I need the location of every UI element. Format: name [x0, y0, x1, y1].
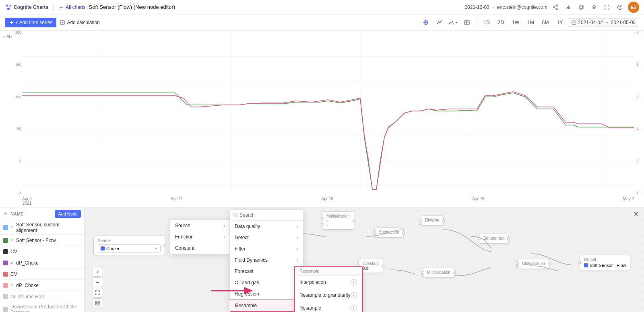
menu-filter[interactable]: Filter ›	[230, 243, 303, 255]
item-label-5: CV	[10, 271, 17, 277]
date-to: 2021-05-03	[611, 20, 636, 25]
sidebar-item-8[interactable]: Downstream Production Choke Pressure	[0, 302, 84, 312]
menu-detect[interactable]: Detect ›	[230, 232, 303, 243]
sidebar-item-4[interactable]: ✓ dP_Choke	[0, 257, 84, 269]
bottom-panel: ⋮⋮⋮ 👁 NAME Add Node ✓ Soft Sensor, custo…	[0, 207, 644, 312]
source-node[interactable]: Source Choke	[93, 236, 165, 255]
all-charts-button[interactable]: ← All charts	[59, 4, 85, 10]
period-1d[interactable]: 1D	[481, 18, 493, 27]
division-node[interactable]: Division	[421, 216, 444, 226]
item-label-2: Soft Sensor - Flow	[16, 238, 56, 243]
menu-fluid-dynamics[interactable]: Fluid Dynamics ›	[230, 255, 303, 266]
app-logo: Cognite Charts	[5, 4, 48, 11]
svg-line-35	[236, 216, 237, 217]
multiplication-mid-node[interactable]: Multiplication	[423, 268, 455, 278]
nav-email: eric.stein@cognite.com	[497, 4, 547, 10]
node-canvas[interactable]: ✕ Source Choke	[85, 207, 644, 312]
sidebar-item-5[interactable]: CV	[0, 269, 84, 280]
sidebar-item-6[interactable]: ✓ dP_Choke	[0, 280, 84, 291]
sidebar-item-7[interactable]: Oil Volume Rate	[0, 291, 84, 302]
port-in-sqrt	[478, 237, 481, 240]
item-label-1: Soft Sensor, custom alignment	[16, 222, 81, 233]
svg-rect-16	[464, 21, 469, 25]
add-timeseries-button[interactable]: + Add time series	[5, 18, 56, 27]
close-button[interactable]: ✕	[631, 209, 641, 219]
chart-type-dropdown[interactable]	[448, 17, 459, 28]
zoom-out-button[interactable]: −	[93, 277, 102, 287]
output-port[interactable]	[163, 244, 166, 247]
chevron-detect: ›	[297, 236, 298, 240]
chevron-dq: ›	[297, 224, 298, 229]
period-6m[interactable]: 6M	[539, 18, 552, 27]
sidebar-item-2[interactable]: ✓ Soft Sensor - Flow	[0, 235, 84, 246]
crosshair-icon[interactable]	[420, 17, 431, 28]
zoom-fit-button[interactable]	[93, 288, 102, 298]
resample-resample[interactable]: Resample i	[295, 302, 362, 312]
port-a-mult-mid	[421, 271, 424, 274]
zoom-in-button[interactable]: +	[93, 267, 102, 277]
x-label-may2: May 2	[623, 197, 634, 205]
user-avatar[interactable]: ES	[628, 2, 639, 13]
line-chart-icon[interactable]	[434, 17, 445, 28]
square-root-node[interactable]: Square root	[479, 234, 509, 244]
menu-source[interactable]: Source ›	[170, 220, 230, 231]
zoom-grid-button[interactable]	[93, 298, 102, 308]
app-name: Cognite Charts	[14, 4, 48, 10]
menu-forecast[interactable]: Forecast ›	[230, 266, 303, 277]
color-dot-2	[3, 238, 8, 243]
chevron-right-icon2: ›	[224, 235, 225, 239]
info-icon-granularity[interactable]: i	[351, 292, 357, 298]
port-out-sqrt	[507, 237, 510, 240]
source-select[interactable]: Choke	[98, 244, 161, 252]
duplicate-icon[interactable]	[576, 2, 586, 12]
period-2d[interactable]: 2D	[495, 18, 507, 27]
delete-icon[interactable]	[589, 2, 599, 12]
resample-to-granularity[interactable]: Resample to granularity i	[295, 289, 362, 302]
table-icon[interactable]	[461, 17, 473, 28]
help-icon[interactable]	[615, 2, 625, 12]
menu-data-quality[interactable]: Data quality ›	[230, 221, 303, 232]
resample-interpolation[interactable]: Interpolation i	[295, 276, 362, 289]
multiplication-top-node[interactable]: Multiplication a b	[322, 211, 354, 230]
port-out-div	[442, 219, 445, 222]
svg-rect-8	[579, 6, 582, 9]
search-icon	[233, 213, 238, 218]
date-range-picker[interactable]: 2021-04-02 → 2021-05-03	[568, 18, 639, 27]
period-1w[interactable]: 1W	[509, 18, 522, 27]
output-inner: Soft Sensor - Flow	[584, 263, 626, 268]
item-label-6: dP_Choke	[16, 283, 39, 288]
sidebar-item-3[interactable]: CV	[0, 246, 84, 257]
color-dot-3	[3, 249, 8, 254]
svg-rect-39	[95, 304, 97, 305]
menu-constant[interactable]: Constant	[170, 242, 230, 254]
chevron-filter: ›	[297, 247, 298, 251]
multiplication-right-node[interactable]: Multiplication	[517, 259, 549, 269]
share-icon[interactable]	[551, 2, 560, 12]
svg-point-5	[557, 8, 558, 10]
menu-function[interactable]: Function ›	[170, 231, 230, 242]
nav-date: 2021-12-03	[464, 4, 489, 10]
info-icon-interpolation[interactable]: i	[351, 279, 357, 285]
item-label-4: dP_Choke	[16, 260, 39, 266]
add-calculation-button[interactable]: Add calculation	[60, 20, 99, 25]
period-1m[interactable]: 1M	[524, 18, 537, 27]
output-value-label: Soft Sensor - Flow	[590, 263, 626, 268]
fullscreen-icon[interactable]	[602, 2, 612, 12]
port-a-mult-right	[516, 262, 519, 265]
color-dot-8	[3, 307, 8, 312]
add-node-button[interactable]: Add Node	[55, 210, 81, 218]
period-1y[interactable]: 1Y	[554, 18, 566, 27]
arrow-indicator	[209, 285, 258, 297]
output-color-dot	[584, 263, 588, 267]
sidebar-item-1[interactable]: ✓ Soft Sensor, custom alignment	[0, 220, 84, 235]
menu-resample[interactable]: Resample ›	[230, 300, 303, 312]
output-node[interactable]: Output Soft Sensor - Flow	[580, 255, 630, 270]
svg-rect-9	[580, 5, 583, 8]
eye-icon[interactable]: 👁	[3, 211, 8, 217]
info-icon-resample[interactable]: i	[351, 305, 357, 311]
download-icon[interactable]	[564, 2, 573, 12]
color-dot-6	[3, 283, 8, 288]
subtraction-node[interactable]: Subtraction	[374, 228, 404, 238]
port-out-mult-mid	[453, 271, 456, 274]
search-input[interactable]	[239, 212, 300, 218]
